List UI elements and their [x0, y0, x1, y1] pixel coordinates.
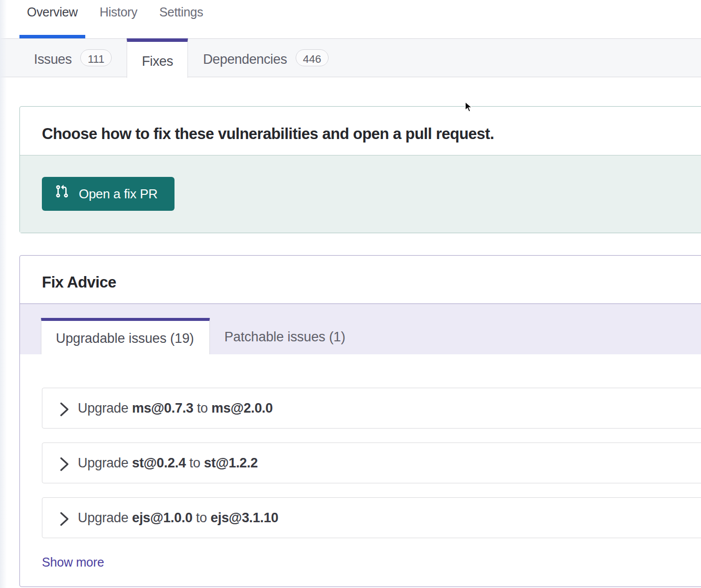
tab-label: Fixes	[142, 54, 173, 69]
nav-item-label: Overview	[27, 5, 78, 19]
row-text-segment: to	[193, 401, 211, 416]
fix-prompt-title: Choose how to fix these vulnerabilities …	[42, 125, 494, 143]
tab-upgradable-issues[interactable]: Upgradable issues (19)	[41, 318, 210, 354]
fix-prompt-card-header: Choose how to fix these vulnerabilities …	[20, 107, 701, 155]
tab-issues[interactable]: Issues 111	[19, 39, 127, 77]
fix-advice-tabstrip: Upgradable issues (19) Patchable issues …	[20, 303, 701, 354]
tab-label: Dependencies	[203, 52, 287, 67]
tab-bar: Issues 111 Fixes Dependencies 446	[0, 38, 701, 77]
row-text-segment: to	[186, 455, 204, 470]
upgrade-row-st[interactable]: Upgrade st@0.2.4 to st@1.2.2	[42, 442, 701, 483]
upgrade-row-ejs[interactable]: Upgrade ejs@1.0.0 to ejs@3.1.10	[42, 497, 701, 538]
nav-item-overview[interactable]: Overview	[19, 0, 85, 38]
issues-count-badge: 111	[80, 49, 112, 66]
fix-prompt-card: Choose how to fix these vulnerabilities …	[19, 106, 701, 233]
git-pull-request-icon	[55, 184, 69, 198]
fix-advice-header: Fix Advice	[20, 256, 701, 303]
tab-label: Upgradable issues (19)	[56, 331, 194, 346]
open-fix-pr-button[interactable]: Open a fix PR	[42, 177, 175, 211]
chevron-right-icon	[60, 457, 70, 471]
upgrade-row-ms[interactable]: Upgrade ms@0.7.3 to ms@2.0.0	[42, 388, 701, 429]
row-text-segment: to	[192, 510, 210, 525]
tab-dependencies[interactable]: Dependencies 446	[188, 39, 344, 77]
tab-label: Patchable issues (1)	[224, 329, 346, 345]
package-version: ejs@3.1.10	[210, 510, 278, 525]
nav-item-label: History	[100, 5, 138, 19]
tab-fixes[interactable]: Fixes	[127, 38, 188, 78]
upgrade-row-text: Upgrade ms@0.7.3 to ms@2.0.0	[78, 401, 273, 416]
chevron-right-icon	[60, 402, 70, 417]
package-version: ms@0.7.3	[132, 401, 193, 416]
tab-patchable-issues[interactable]: Patchable issues (1)	[210, 318, 360, 354]
show-more-link[interactable]: Show more	[42, 555, 104, 570]
upgradable-issues-panel: Upgrade ms@0.7.3 to ms@2.0.0 Upgrade st@…	[20, 354, 701, 587]
package-version: st@1.2.2	[204, 455, 258, 470]
fix-advice-card: Fix Advice Upgradable issues (19) Patcha…	[19, 255, 701, 587]
upgrade-row-text: Upgrade st@0.2.4 to st@1.2.2	[78, 455, 258, 471]
nav-item-settings[interactable]: Settings	[152, 0, 210, 38]
top-nav: Overview History Settings	[0, 0, 701, 38]
row-text-segment: Upgrade	[78, 455, 132, 470]
dependencies-count-badge: 446	[296, 49, 329, 66]
main-content: Choose how to fix these vulnerabilities …	[0, 106, 701, 587]
row-text-segment: Upgrade	[78, 510, 132, 525]
open-fix-pr-label: Open a fix PR	[79, 186, 158, 202]
package-version: st@0.2.4	[132, 455, 186, 470]
nav-item-label: Settings	[159, 5, 203, 19]
fix-prompt-cta-section: Open a fix PR	[20, 155, 701, 233]
nav-item-history[interactable]: History	[92, 0, 145, 38]
upgrade-row-text: Upgrade ejs@1.0.0 to ejs@3.1.10	[78, 510, 278, 526]
tab-label: Issues	[34, 52, 72, 67]
package-version: ejs@1.0.0	[132, 510, 192, 525]
row-text-segment: Upgrade	[78, 401, 132, 416]
package-version: ms@2.0.0	[211, 401, 273, 416]
fix-advice-title: Fix Advice	[42, 274, 116, 292]
chevron-right-icon	[60, 512, 70, 526]
